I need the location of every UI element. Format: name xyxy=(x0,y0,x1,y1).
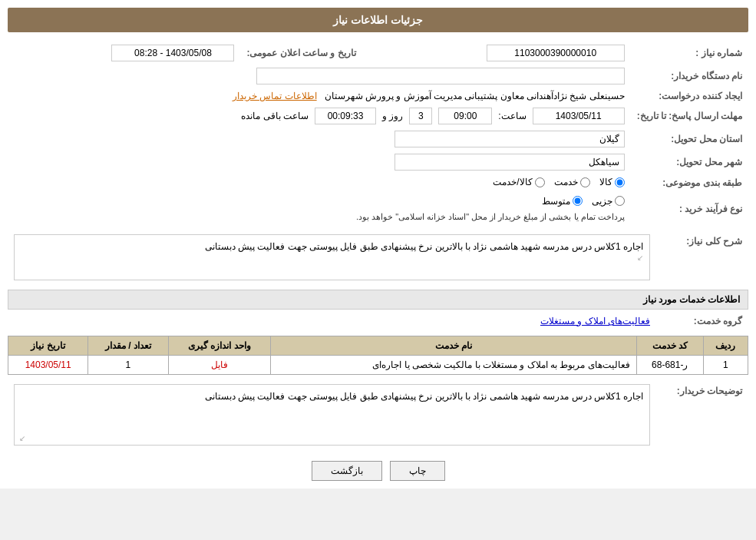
ostan-value: document.currentScript.previousElementSi… xyxy=(8,128,631,151)
cell-naam: فعالیت‌های مربوط به املاک و مستغلات با م… xyxy=(271,356,637,375)
sharh-label: شرح کلی نیاز: xyxy=(656,231,748,283)
services-table: ردیف کد خدمت نام خدمت واحد اندازه گیری ت… xyxy=(8,336,748,375)
tarikh-box: 1403/05/08 - 08:28 xyxy=(111,45,234,61)
mohlat-baqi-box: 00:09:33 xyxy=(315,108,376,124)
chap-button[interactable]: چاپ xyxy=(390,461,445,481)
mohlat-saat-label: ساعت: xyxy=(498,111,526,121)
mohlat-date-box: 1403/05/11 xyxy=(533,108,625,124)
nam-dastgah-input[interactable] xyxy=(256,68,625,84)
sharh-table: شرح کلی نیاز: اجاره 1کلاس درس مدرسه شهید… xyxy=(8,231,748,283)
col-radif: ردیف xyxy=(703,336,748,356)
shomara-niaz-value: 1103000390000010 xyxy=(371,41,631,65)
cell-tedad: 1 xyxy=(88,356,168,375)
mohlat-saat-box: 09:00 xyxy=(438,108,492,124)
cell-tarikh: 1403/05/11 xyxy=(8,356,88,375)
cell-radif: 1 xyxy=(703,356,748,375)
mohlat-rooz-box: 3 xyxy=(409,108,432,124)
col-tarikh: تاریخ نیاز xyxy=(8,336,88,356)
tosif-label: توضیحات خریدار: xyxy=(656,381,748,449)
ijad-konande-text: حسینعلی شیخ نژادآهندانی معاون پشتیبانی م… xyxy=(325,91,625,101)
col-kod: کد خدمت xyxy=(636,336,703,356)
cell-kod: ر-681-68 xyxy=(636,356,703,375)
gorooh-khadamat-value: فعالیت‌های املاک و مستغلات xyxy=(8,313,656,330)
shahr-value: document.currentScript.previousElementSi… xyxy=(8,151,631,174)
col-vahed: واحد اندازه گیری xyxy=(168,336,271,356)
nooe-farayand-label: نوع فرآیند خرید : xyxy=(631,193,748,226)
tosif-box: اجاره 1کلاس درس مدرسه شهید هاشمی نژاد با… xyxy=(14,384,650,446)
col-naam: نام خدمت xyxy=(271,336,637,356)
page-header: جزئیات اطلاعات نیاز xyxy=(8,8,748,32)
buttons-row: چاپ بازگشت xyxy=(8,461,748,481)
nooe-farayand-note: پرداخت تمام یا بخشی از مبلغ خریدار از مح… xyxy=(356,212,625,221)
bazgasht-button[interactable]: بازگشت xyxy=(312,461,382,481)
tosif-value-cell: اجاره 1کلاس درس مدرسه شهید هاشمی نژاد با… xyxy=(8,381,656,449)
shomara-box: 1103000390000010 xyxy=(487,45,625,61)
radio-kala[interactable]: کالا xyxy=(599,177,625,187)
nam-dastgah-label: نام دستگاه خریدار: xyxy=(631,65,748,88)
sharh-value-cell: اجاره 1کلاس درس مدرسه شهید هاشمی نژاد با… xyxy=(8,231,656,283)
gorooh-khadamat-label: گروه خدمت: xyxy=(656,313,748,330)
khadamat-section-title: اطلاعات خدمات مورد نیاز xyxy=(8,290,748,310)
mohlat-baqi-label: ساعت باقی مانده xyxy=(241,111,309,121)
sharh-text: اجاره 1کلاس درس مدرسه شهید هاشمی نژاد با… xyxy=(205,241,643,252)
radio-jozii[interactable]: جزیی xyxy=(592,196,625,207)
sharh-box: اجاره 1کلاس درس مدرسه شهید هاشمی نژاد با… xyxy=(14,234,650,280)
tabaghebandi-options: کالا خدمت کالا/خدمت xyxy=(8,174,631,193)
shahr-label: شهر محل تحویل: xyxy=(631,151,748,174)
main-info-table: شماره نیاز : 1103000390000010 تاریخ و سا… xyxy=(8,41,748,225)
tosif-table: توضیحات خریدار: اجاره 1کلاس درس مدرسه شه… xyxy=(8,381,748,449)
ostan-input[interactable] xyxy=(395,131,625,147)
col-tedad: تعداد / مقدار xyxy=(88,336,168,356)
mohlat-row: 1403/05/11 ساعت: 09:00 3 روز و 00:09:33 … xyxy=(8,104,631,128)
gorooh-khadamat-table: گروه خدمت: فعالیت‌های املاک و مستغلات xyxy=(8,313,748,330)
nam-dastgah-value: مدیریت آموزش و پرورش شهرستان سیاهکل docu… xyxy=(8,65,631,88)
radio-khedmat[interactable]: خدمت xyxy=(554,177,590,187)
mohlat-label: مهلت ارسال پاسخ: تا تاریخ: xyxy=(631,104,748,128)
contact-link[interactable]: اطلاعات تماس خریدار xyxy=(233,91,317,101)
shahr-input[interactable] xyxy=(395,154,625,171)
table-row: 1 ر-681-68 فعالیت‌های مربوط به املاک و م… xyxy=(8,356,748,375)
radio-kala-khedmat[interactable]: کالا/خدمت xyxy=(493,177,544,187)
tabaghebandi-label: طبقه بندی موضوعی: xyxy=(631,174,748,193)
ostan-label: استان محل تحویل: xyxy=(631,128,748,151)
ijad-konande-value: حسینعلی شیخ نژادآهندانی معاون پشتیبانی م… xyxy=(8,88,631,104)
tarikh-value: 1403/05/08 - 08:28 xyxy=(8,41,240,65)
page-title: جزئیات اطلاعات نیاز xyxy=(333,14,423,26)
page-wrapper: جزئیات اطلاعات نیاز شماره نیاز : 1103000… xyxy=(0,0,756,489)
mohlat-rooz-label: روز و xyxy=(382,111,403,121)
nooe-farayand-options: جزیی متوسط پرداخت تمام یا بخشی از مبلغ خ… xyxy=(8,193,631,226)
tosif-text: اجاره 1کلاس درس مدرسه شهید هاشمی نژاد با… xyxy=(205,391,643,402)
tarikh-label: تاریخ و ساعت اعلان عمومی: xyxy=(240,41,371,65)
cell-vahed: فایل xyxy=(168,356,271,375)
shomara-niaz-label: شماره نیاز : xyxy=(631,41,748,65)
resize-handle: ↙ xyxy=(16,434,25,443)
gorooh-khadamat-link[interactable]: فعالیت‌های املاک و مستغلات xyxy=(540,316,650,326)
ijad-konande-label: ایجاد کننده درخواست: xyxy=(631,88,748,104)
radio-motavaset[interactable]: متوسط xyxy=(542,196,583,207)
